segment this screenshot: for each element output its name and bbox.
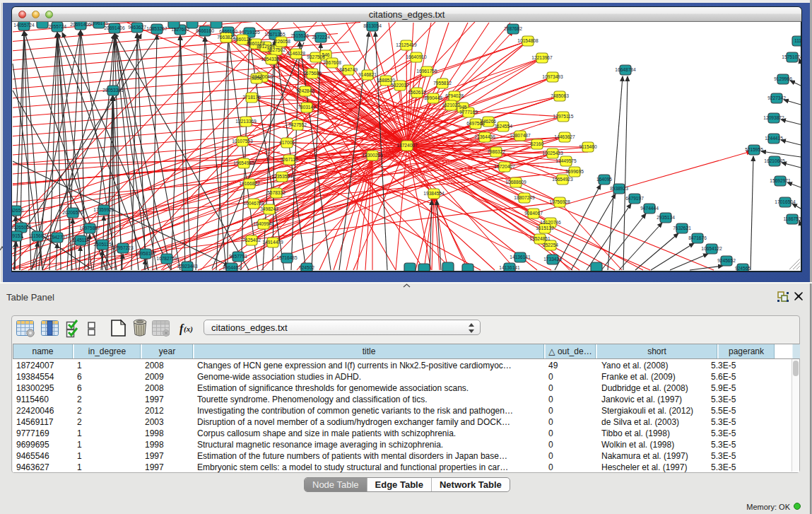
svg-text:1733426: 1733426	[543, 257, 562, 262]
svg-text:15692971: 15692971	[770, 178, 791, 183]
svg-text:8146328: 8146328	[287, 51, 305, 56]
svg-text:18724007: 18724007	[396, 143, 418, 148]
svg-text:9242848: 9242848	[296, 88, 314, 93]
svg-text:19654985: 19654985	[233, 160, 254, 165]
svg-text:16409948: 16409948	[253, 221, 274, 226]
svg-text:10025433: 10025433	[542, 151, 563, 156]
svg-text:1588520: 1588520	[377, 78, 395, 83]
svg-text:2935134: 2935134	[657, 215, 675, 220]
svg-text:39153: 39153	[12, 233, 23, 238]
svg-text:3267110: 3267110	[280, 157, 298, 162]
svg-text:16640910: 16640910	[406, 54, 427, 59]
svg-text:10654122: 10654122	[701, 246, 722, 251]
svg-text:10688609: 10688609	[505, 180, 526, 185]
svg-text:9129966: 9129966	[774, 76, 792, 81]
svg-text:10975887: 10975887	[79, 226, 100, 230]
svg-text:15751074: 15751074	[782, 54, 801, 59]
svg-text:21364436: 21364436	[474, 134, 495, 139]
svg-text:17359928: 17359928	[93, 207, 114, 212]
svg-text:14914479: 14914479	[262, 240, 283, 245]
svg-text:924565: 924565	[735, 266, 751, 271]
svg-text:3624554: 3624554	[494, 124, 512, 129]
svg-text:12093872: 12093872	[763, 115, 784, 120]
svg-text:111: 111	[794, 38, 801, 43]
svg-text:12125419: 12125419	[396, 42, 417, 47]
svg-text:7986322: 7986322	[487, 149, 505, 154]
svg-text:12213967: 12213967	[531, 55, 553, 60]
svg-text:546: 546	[322, 52, 329, 57]
svg-text:9896: 9896	[252, 76, 262, 81]
svg-text:14463627: 14463627	[554, 134, 575, 139]
svg-text:10853267: 10853267	[146, 26, 167, 31]
svg-text:8471676: 8471676	[688, 235, 707, 240]
svg-text:16654923: 16654923	[552, 177, 573, 182]
svg-text:5578332: 5578332	[267, 190, 286, 195]
svg-text:8964462: 8964462	[223, 265, 241, 270]
svg-text:8813054: 8813054	[363, 23, 382, 28]
svg-text:12353594: 12353594	[271, 174, 293, 179]
svg-text:5215955: 5215955	[745, 147, 763, 152]
svg-text:8938923: 8938923	[610, 186, 628, 191]
svg-text:9777169: 9777169	[459, 110, 478, 115]
svg-text:9146821: 9146821	[358, 72, 377, 77]
svg-text:2367608: 2367608	[323, 60, 341, 65]
svg-text:7632621: 7632621	[673, 226, 691, 230]
svg-text:417006: 417006	[279, 140, 295, 145]
svg-text:18300295: 18300295	[362, 153, 383, 158]
svg-text:12923443: 12923443	[177, 264, 198, 269]
svg-text:945: 945	[459, 105, 466, 110]
svg-text:19166822: 19166822	[239, 181, 260, 186]
svg-text:1115682: 1115682	[29, 233, 47, 238]
svg-text:10719155: 10719155	[239, 30, 260, 35]
svg-text:9227342: 9227342	[767, 95, 786, 100]
svg-text:1562615: 1562615	[408, 90, 426, 95]
svg-text:7803144: 7803144	[298, 105, 316, 110]
svg-text:13524851: 13524851	[529, 236, 551, 241]
svg-text:10543382: 10543382	[261, 57, 282, 62]
svg-text:10958107: 10958107	[135, 251, 156, 256]
svg-text:10154808: 10154808	[517, 38, 539, 43]
svg-text:6466160: 6466160	[219, 29, 237, 34]
svg-text:9427552: 9427552	[288, 122, 307, 127]
svg-text:9474444: 9474444	[640, 206, 659, 211]
svg-text:8990448: 8990448	[424, 95, 442, 100]
svg-text:9115460: 9115460	[579, 144, 597, 149]
svg-text:2226058: 2226058	[272, 39, 290, 44]
svg-text:18807249: 18807249	[514, 195, 535, 200]
svg-text:252254: 252254	[543, 243, 558, 247]
svg-text:10107553: 10107553	[232, 139, 253, 144]
svg-text:2505115: 2505115	[93, 242, 112, 247]
svg-text:2087682: 2087682	[504, 26, 522, 31]
svg-text:2718176: 2718176	[242, 95, 261, 100]
svg-text:20206576: 20206576	[62, 210, 83, 215]
svg-text:16782759: 16782759	[156, 256, 177, 261]
svg-text:14055724: 14055724	[13, 23, 35, 28]
svg-text:9245652: 9245652	[717, 258, 736, 263]
svg-text:15720407: 15720407	[494, 164, 515, 169]
svg-text:2055724: 2055724	[48, 24, 66, 29]
svg-text:1186753: 1186753	[783, 216, 801, 221]
svg-text:10973493: 10973493	[542, 74, 563, 79]
svg-text:5675685: 5675685	[303, 71, 322, 76]
svg-text:15716485: 15716485	[276, 255, 298, 260]
svg-text:7625402: 7625402	[242, 238, 261, 243]
svg-text:9084067: 9084067	[524, 211, 543, 216]
svg-text:17957223: 17957223	[112, 245, 134, 250]
svg-text:1621022: 1621022	[442, 103, 460, 107]
svg-text:12975115: 12975115	[553, 114, 574, 119]
svg-text:(x): (x)	[184, 325, 193, 334]
svg-text:164095: 164095	[596, 177, 612, 182]
svg-text:16648784: 16648784	[615, 67, 636, 72]
svg-text:13449575: 13449575	[555, 158, 577, 163]
svg-text:26265001: 26265001	[12, 225, 32, 230]
svg-text:9699695: 9699695	[565, 169, 584, 174]
svg-text:6466160: 6466160	[196, 28, 214, 33]
svg-text:19756928: 19756928	[549, 199, 570, 204]
svg-text:7485063: 7485063	[551, 93, 569, 98]
svg-text:10807487: 10807487	[510, 133, 531, 138]
svg-text:12213369: 12213369	[235, 119, 257, 124]
svg-text:19384554: 19384554	[423, 191, 445, 196]
svg-text:12942737: 12942737	[47, 235, 68, 240]
svg-text:16210645: 16210645	[764, 158, 785, 163]
svg-text:10671355: 10671355	[264, 32, 286, 37]
